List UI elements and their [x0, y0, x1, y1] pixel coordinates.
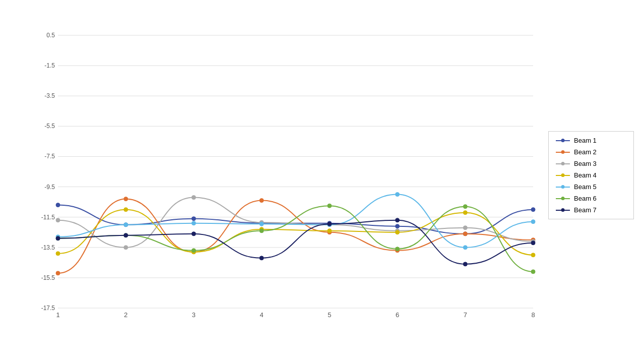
svg-text:-15.5: -15.5 [41, 274, 55, 281]
svg-point-57 [396, 230, 400, 234]
chart-container: 0.5-1.5-3.5-5.5-7.5-9.5-11.5-13.5-15.5-1… [0, 0, 644, 361]
svg-point-39 [260, 199, 264, 203]
svg-point-44 [56, 218, 60, 222]
svg-point-65 [396, 193, 400, 197]
svg-text:-9.5: -9.5 [44, 184, 55, 191]
svg-point-70 [191, 249, 196, 253]
svg-text:-3.5: -3.5 [44, 92, 55, 99]
y-axis-label [0, 28, 10, 326]
legend-label: Beam 3 [574, 160, 597, 167]
legend-item: Beam 2 [556, 148, 626, 156]
svg-point-61 [124, 223, 128, 227]
svg-point-80 [328, 222, 332, 226]
svg-text:7: 7 [464, 311, 467, 319]
chart-svg: 0.5-1.5-3.5-5.5-7.5-9.5-11.5-13.5-15.5-1… [30, 28, 543, 326]
svg-point-75 [531, 270, 535, 274]
legend-line [556, 140, 570, 141]
legend-dot [561, 173, 565, 177]
svg-point-72 [328, 204, 332, 208]
legend-dot [561, 185, 565, 189]
svg-point-46 [191, 196, 196, 200]
legend-item: Beam 3 [556, 160, 626, 167]
svg-point-81 [396, 218, 400, 222]
svg-text:3: 3 [192, 311, 196, 319]
legend: Beam 1 Beam 2 Beam 3 Beam 4 Beam 5 Beam … [548, 131, 634, 219]
svg-point-58 [463, 211, 467, 215]
svg-text:-13.5: -13.5 [41, 244, 55, 251]
legend-line [556, 175, 570, 176]
svg-point-52 [56, 252, 60, 256]
legend-item: Beam 4 [556, 171, 626, 179]
svg-point-62 [191, 221, 196, 225]
svg-point-56 [328, 229, 332, 233]
svg-point-77 [124, 233, 128, 237]
svg-point-50 [463, 226, 467, 230]
legend-line [556, 198, 570, 199]
svg-point-82 [463, 262, 467, 266]
legend-label: Beam 6 [574, 195, 597, 202]
legend-label: Beam 5 [574, 183, 597, 191]
svg-text:-17.5: -17.5 [41, 305, 55, 312]
svg-text:1: 1 [56, 311, 59, 319]
svg-point-76 [56, 236, 60, 240]
svg-point-35 [531, 208, 535, 212]
svg-text:-5.5: -5.5 [44, 123, 55, 130]
svg-point-71 [260, 229, 264, 233]
legend-label: Beam 7 [574, 206, 597, 214]
legend-dot [561, 139, 565, 142]
svg-text:5: 5 [328, 311, 331, 319]
svg-point-53 [124, 208, 128, 212]
svg-point-33 [396, 224, 400, 228]
legend-item: Beam 1 [556, 137, 626, 144]
svg-text:8: 8 [531, 311, 535, 319]
legend-item: Beam 5 [556, 183, 626, 191]
legend-line [556, 163, 570, 164]
legend-dot [561, 208, 565, 212]
legend-item: Beam 6 [556, 195, 626, 202]
legend-dot [561, 150, 565, 154]
svg-text:6: 6 [396, 311, 399, 319]
legend-item: Beam 7 [556, 206, 626, 214]
svg-text:2: 2 [124, 311, 127, 319]
svg-point-83 [531, 241, 535, 245]
chart-title [0, 0, 644, 13]
legend-label: Beam 1 [574, 137, 597, 144]
svg-text:-1.5: -1.5 [44, 62, 55, 69]
legend-label: Beam 4 [574, 171, 597, 179]
svg-point-63 [260, 222, 264, 226]
legend-label: Beam 2 [574, 148, 597, 156]
svg-point-45 [124, 246, 128, 250]
legend-line [556, 187, 570, 188]
svg-text:0.5: 0.5 [46, 32, 55, 39]
svg-text:-11.5: -11.5 [41, 214, 55, 221]
svg-point-36 [56, 271, 60, 275]
legend-line [556, 210, 570, 211]
svg-point-74 [463, 205, 467, 209]
legend-dot [561, 197, 565, 200]
svg-text:4: 4 [260, 311, 264, 319]
svg-point-66 [463, 246, 467, 250]
svg-text:-7.5: -7.5 [44, 153, 55, 160]
svg-point-28 [56, 203, 60, 207]
legend-dot [561, 162, 565, 165]
svg-point-37 [124, 197, 128, 201]
svg-point-78 [191, 232, 196, 236]
svg-point-79 [260, 256, 264, 260]
legend-line [556, 152, 570, 153]
svg-point-30 [191, 217, 196, 221]
svg-point-59 [531, 253, 535, 257]
svg-point-73 [396, 247, 400, 251]
svg-point-67 [531, 220, 535, 224]
svg-point-42 [463, 232, 467, 236]
